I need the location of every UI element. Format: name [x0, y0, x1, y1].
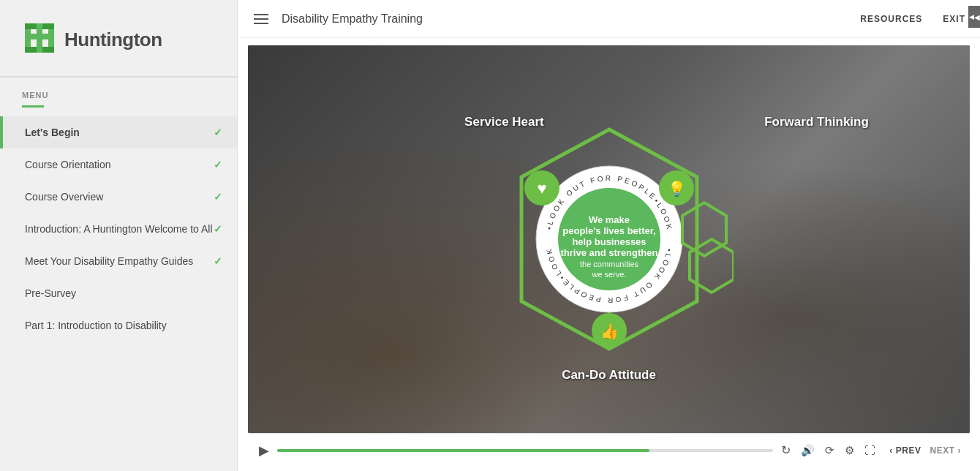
play-button[interactable]: ▶ — [257, 440, 271, 461]
sidebar-item-label: Let's Begin — [25, 127, 80, 138]
next-button[interactable]: NEXT › — [930, 445, 961, 456]
main-content: ◀ Disability Empathy Training RESOURCES … — [238, 0, 980, 471]
checkmark-icon: ✓ — [214, 127, 222, 138]
fullscreen-icon: ⛶ — [864, 444, 875, 456]
volume-button[interactable]: 🔊 — [799, 442, 817, 459]
svg-text:we serve.: we serve. — [591, 270, 626, 279]
svg-rect-6 — [25, 47, 37, 53]
header: Disability Empathy Training RESOURCES EX… — [238, 0, 980, 38]
svg-text:the communities: the communities — [579, 260, 638, 268]
svg-rect-3 — [25, 34, 54, 39]
sidebar-item-course-overview[interactable]: Course Overview✓ — [0, 181, 237, 213]
svg-text:help businesses: help businesses — [572, 236, 646, 247]
sidebar-item-lets-begin[interactable]: Let's Begin✓ — [0, 116, 237, 148]
menu-items: Let's Begin✓Course Orientation✓Course Ov… — [0, 116, 237, 471]
svg-text:👍: 👍 — [600, 323, 618, 340]
hexagon-graphic: •LOOK OUT FOR PEOPLE•LOOK OUT FOR PEOPLE… — [485, 115, 734, 363]
next-label: NEXT — [930, 445, 954, 456]
prev-button[interactable]: ‹ PREV — [889, 445, 921, 456]
replay-icon: ↻ — [781, 443, 791, 457]
exit-button[interactable]: EXIT — [941, 11, 967, 27]
sidebar-item-label: Meet Your Disability Empathy Guides — [25, 255, 193, 267]
logo-text: Huntington — [64, 29, 162, 51]
sidebar-item-pre-survey[interactable]: Pre-Survey — [0, 277, 237, 309]
label-forward-thinking: Forward Thinking — [764, 115, 869, 129]
svg-rect-4 — [25, 23, 37, 29]
video-player: Service Heart Forward Thinking Can-Do At… — [248, 45, 970, 433]
next-chevron: › — [958, 445, 962, 456]
fullscreen-button[interactable]: ⛶ — [862, 442, 878, 459]
svg-rect-7 — [42, 47, 54, 53]
video-controls-bar: ▶ ↻ 🔊 ⟳ ⚙ ⛶ ‹ PREV — [248, 433, 970, 467]
svg-text:thrive and strengthen: thrive and strengthen — [560, 247, 657, 258]
huntington-logo: Huntington — [22, 20, 162, 59]
prev-chevron: ‹ — [889, 445, 893, 456]
hamburger-menu[interactable] — [251, 11, 271, 27]
volume-icon: 🔊 — [801, 444, 815, 457]
header-left: Disability Empathy Training — [251, 11, 423, 27]
sidebar-item-label: Pre-Survey — [25, 287, 76, 299]
checkmark-icon: ✓ — [214, 223, 222, 235]
progress-bar[interactable] — [277, 449, 773, 452]
menu-divider — [22, 105, 44, 108]
rewind-icon: ⟳ — [825, 444, 834, 457]
sidebar-item-course-orientation[interactable]: Course Orientation✓ — [0, 148, 237, 181]
svg-text:We make: We make — [588, 214, 629, 225]
svg-text:💡: 💡 — [667, 180, 685, 197]
checkmark-icon: ✓ — [214, 159, 222, 170]
navigation-buttons: ‹ PREV NEXT › — [889, 445, 961, 456]
sidebar-item-part1[interactable]: Part 1: Introduction to Disability — [0, 309, 237, 342]
menu-label: MENU — [0, 78, 237, 105]
resources-button[interactable]: RESOURCES — [859, 11, 924, 27]
sidebar-item-meet-guides[interactable]: Meet Your Disability Empathy Guides✓ — [0, 245, 237, 277]
svg-text:♥: ♥ — [537, 179, 546, 197]
svg-rect-5 — [42, 23, 54, 29]
label-can-do: Can-Do Attitude — [562, 368, 656, 383]
settings-button[interactable]: ⚙ — [843, 442, 856, 459]
header-right: RESOURCES EXIT — [859, 11, 967, 27]
play-icon: ▶ — [259, 442, 269, 459]
sidebar-item-label: Course Orientation — [25, 159, 111, 170]
svg-text:people's lives better,: people's lives better, — [562, 225, 655, 236]
svg-marker-27 — [682, 203, 726, 256]
content-area: Service Heart Forward Thinking Can-Do At… — [238, 38, 980, 471]
checkmark-icon: ✓ — [214, 191, 222, 203]
checkmark-icon: ✓ — [214, 255, 222, 267]
replay-button[interactable]: ↻ — [779, 441, 793, 459]
rewind-button[interactable]: ⟳ — [823, 442, 837, 459]
prev-label: PREV — [896, 445, 921, 456]
sidebar-item-intro-huntington[interactable]: Introduction: A Huntington Welcome to Al… — [0, 213, 237, 245]
sidebar-item-label: Introduction: A Huntington Welcome to Al… — [25, 223, 213, 235]
huntington-logo-icon — [22, 20, 57, 59]
logo-area: Huntington — [0, 0, 237, 78]
progress-fill — [277, 449, 649, 452]
header-title: Disability Empathy Training — [282, 12, 423, 26]
sidebar-item-label: Part 1: Introduction to Disability — [25, 320, 167, 331]
settings-icon: ⚙ — [845, 444, 854, 457]
collapse-arrow[interactable]: ◀ — [968, 6, 980, 28]
sidebar: Huntington MENU Let's Begin✓Course Orien… — [0, 0, 238, 471]
sidebar-item-label: Course Overview — [25, 191, 103, 203]
